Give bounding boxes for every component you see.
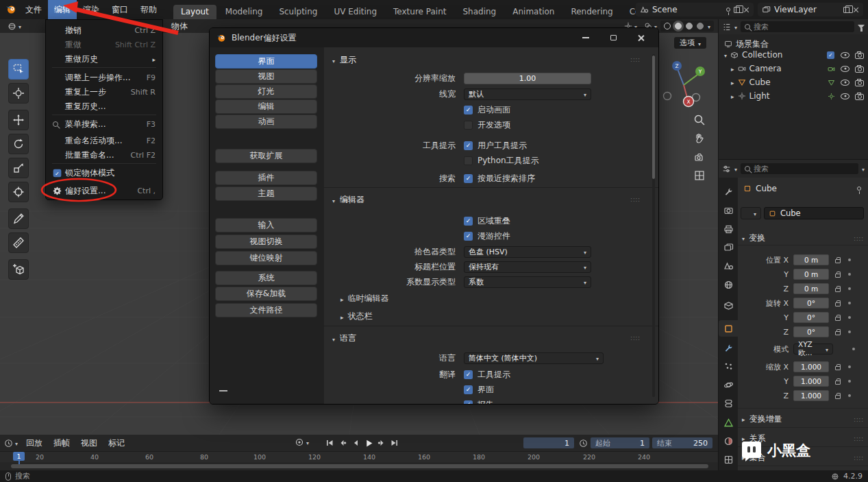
scale-y-field[interactable]: 1.000 [793, 376, 829, 387]
tool-move[interactable] [8, 110, 29, 130]
prefs-nav-navigation[interactable]: 视图切换 [215, 234, 317, 249]
menu-view[interactable]: 视图 [75, 437, 103, 449]
prefs-nav-system[interactable]: 系统 [215, 271, 317, 285]
menu-item-redo-history[interactable]: 重做历史 [48, 52, 160, 66]
expand-icon[interactable] [731, 91, 734, 101]
gizmo-axis-negative[interactable] [664, 93, 671, 100]
location-z-field[interactable]: 0 m [793, 283, 829, 294]
user-tooltips-checkbox[interactable] [464, 141, 473, 150]
new-scene-icon[interactable] [734, 7, 740, 13]
menu-markers[interactable]: 标记 [103, 437, 130, 449]
workspace-tab-rendering[interactable]: Rendering [563, 5, 620, 19]
translate-tooltips-checkbox[interactable] [464, 370, 473, 379]
tab-scene[interactable] [719, 258, 738, 274]
remove-viewlayer-icon[interactable] [853, 7, 859, 13]
checkbox-checked-icon[interactable] [53, 169, 62, 177]
outliner-editor-icon[interactable] [722, 23, 731, 32]
rotation-y-field[interactable]: 0° [793, 312, 829, 323]
close-button[interactable] [630, 28, 652, 47]
tab-object[interactable] [719, 320, 738, 337]
prefs-nav-interface[interactable]: 界面 [215, 54, 317, 69]
shading-rendered-icon[interactable] [697, 23, 704, 29]
color-picker-dropdown[interactable]: 色盘 (HSV) [464, 246, 591, 258]
tab-view-layer[interactable] [719, 239, 738, 256]
scene-selector[interactable]: Scene [636, 3, 754, 16]
shading-material-icon[interactable] [686, 23, 693, 29]
menu-keying[interactable]: 插帧 [48, 437, 75, 449]
tool-annotate[interactable] [8, 208, 29, 229]
header-position-dropdown[interactable]: 保持现有 [464, 261, 591, 273]
menu-playback[interactable]: 回放 [21, 437, 48, 449]
menu-window[interactable]: 窗口 [106, 0, 134, 19]
scrollbar[interactable] [652, 54, 655, 397]
playhead-badge[interactable]: 1 [13, 452, 25, 461]
menu-item-redo[interactable]: 重做Shift Ctrl Z [48, 38, 160, 51]
viewport-options-button[interactable]: 选项 [674, 37, 706, 49]
menu-item-adjust-last-operation[interactable]: 调整上一步操作...F9 [48, 71, 160, 84]
prefs-nav-keymap[interactable]: 键位映射 [215, 251, 317, 265]
subpanel-status-bar[interactable]: 状态栏 [340, 311, 373, 322]
prefs-nav-editing[interactable]: 编辑 [215, 99, 317, 114]
menu-item-repeat-history[interactable]: 重复历史... [48, 99, 160, 113]
animate-dot-icon[interactable] [848, 330, 851, 333]
pin-icon[interactable] [857, 186, 861, 191]
rotation-z-field[interactable]: 0° [793, 326, 829, 337]
panel-delta-transform[interactable]: 变换增量 [742, 412, 864, 426]
animate-dot-icon[interactable] [852, 348, 855, 350]
lock-icon[interactable] [835, 302, 841, 306]
lock-icon[interactable] [835, 381, 841, 385]
animate-dot-icon[interactable] [848, 380, 851, 383]
pan-hand-icon[interactable] [693, 132, 706, 145]
properties-editor-icon[interactable] [722, 165, 731, 173]
tab-material[interactable] [719, 433, 738, 449]
jump-to-start-button[interactable] [323, 437, 336, 448]
scale-x-field[interactable]: 1.000 [793, 361, 829, 372]
tab-particles[interactable] [719, 358, 738, 374]
prev-keyframe-button[interactable] [336, 437, 349, 448]
ortho-grid-icon[interactable] [693, 169, 706, 182]
prefs-nav-save-load[interactable]: 保存&加载 [215, 287, 317, 301]
tool-add-cube[interactable] [8, 259, 29, 280]
panel-relations[interactable]: 关系 [742, 431, 864, 445]
chevron-down-icon[interactable] [862, 164, 865, 173]
camera-view-icon[interactable] [693, 151, 706, 163]
panel-collections[interactable]: 集合 [742, 450, 864, 464]
tool-measure[interactable] [8, 232, 29, 253]
preferences-titlebar[interactable]: Blender偏好设置 [210, 28, 658, 47]
workspace-tab-uv-editing[interactable]: UV Editing [326, 5, 384, 19]
menu-render[interactable]: 渲染 [77, 0, 106, 19]
location-y-field[interactable]: 0 m [793, 269, 829, 280]
timeline-editor-icon[interactable] [4, 439, 13, 448]
navigation-controls-checkbox[interactable] [464, 232, 473, 241]
python-tooltips-checkbox[interactable] [464, 156, 473, 165]
prefs-nav-input[interactable]: 输入 [215, 218, 317, 232]
panel-transform-header[interactable]: 变换 [742, 231, 864, 245]
tab-tool[interactable] [719, 183, 738, 200]
subpanel-temp-editors[interactable]: 临时编辑器 [340, 293, 389, 304]
translate-interface-checkbox[interactable] [464, 385, 473, 394]
lock-icon[interactable] [835, 259, 841, 263]
zoom-icon[interactable] [693, 114, 706, 126]
workspace-tab-layout[interactable]: Layout [173, 5, 216, 19]
scrollbar-thumb[interactable] [652, 56, 655, 179]
tab-physics[interactable] [719, 376, 738, 393]
frame-end-field[interactable]: 结束250 [652, 437, 712, 448]
outliner-search-input[interactable]: 搜索 [741, 21, 854, 32]
filter-icon[interactable] [858, 25, 865, 29]
tab-collection[interactable] [719, 297, 738, 313]
object-name-field[interactable]: Cube [764, 207, 864, 219]
animate-dot-icon[interactable] [848, 365, 851, 368]
prefs-nav-lights[interactable]: 灯光 [215, 84, 317, 99]
outliner-row-light[interactable]: Light [719, 89, 868, 103]
language-dropdown[interactable]: 简体中文 (简体中文) [464, 352, 604, 364]
jump-to-end-button[interactable] [388, 437, 401, 448]
tool-scale[interactable] [8, 158, 29, 178]
prefs-nav-addons[interactable]: 插件 [215, 171, 317, 185]
lock-icon[interactable] [835, 274, 841, 278]
collection-checkbox[interactable] [827, 51, 834, 58]
timeline-scrollbar[interactable] [11, 464, 708, 468]
line-width-dropdown[interactable]: 默认 [464, 88, 591, 100]
section-display[interactable]: 显示 [332, 54, 356, 66]
menu-item-undo[interactable]: 撤销Ctrl Z [48, 23, 160, 37]
current-frame-field[interactable]: 1 [523, 437, 574, 448]
